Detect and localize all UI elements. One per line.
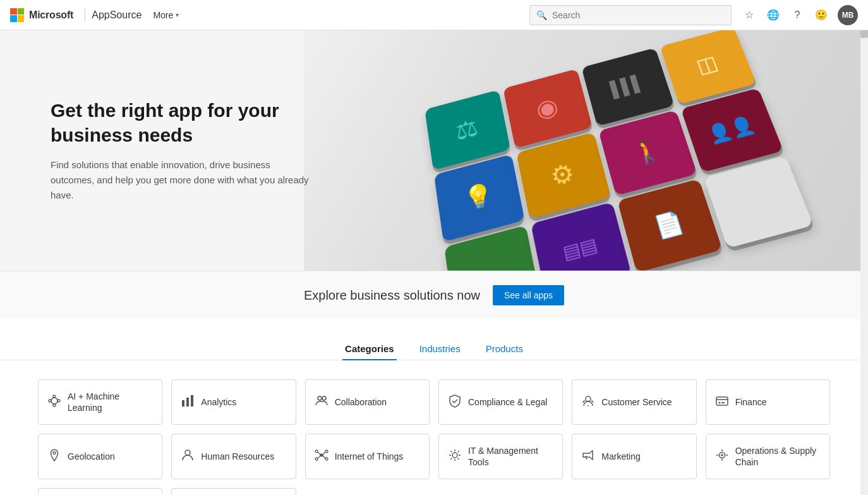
user-avatar[interactable]: MB bbox=[838, 5, 858, 25]
it-mgmt-icon bbox=[448, 448, 462, 465]
svg-point-10 bbox=[586, 396, 591, 401]
marketing-icon bbox=[581, 448, 595, 465]
svg-rect-6 bbox=[186, 398, 189, 406]
explore-text: Explore business solutions now bbox=[304, 288, 480, 303]
ops-supply-label: Operations & Supply Chain bbox=[735, 445, 821, 468]
category-productivity[interactable]: Productivity bbox=[38, 488, 162, 495]
more-label: More bbox=[153, 10, 173, 20]
more-menu[interactable]: More ▾ bbox=[153, 10, 179, 20]
compliance-label: Compliance & Legal bbox=[468, 396, 547, 408]
see-all-button[interactable]: See all apps bbox=[493, 285, 564, 305]
category-analytics[interactable]: Analytics bbox=[171, 379, 296, 425]
categories-section: AI + Machine Learning Analytics Coll bbox=[0, 379, 868, 495]
tab-categories[interactable]: Categories bbox=[342, 338, 397, 360]
iot-label: Internet of Things bbox=[335, 451, 404, 462]
analytics-icon bbox=[181, 394, 195, 411]
customer-service-icon bbox=[581, 394, 595, 411]
hero-subtitle: Find solutions that enable innovation, d… bbox=[51, 157, 316, 203]
microsoft-logo[interactable]: Microsoft bbox=[10, 8, 73, 22]
hero-title: Get the right app for your business need… bbox=[51, 98, 316, 147]
ms-logo-grid bbox=[10, 8, 24, 22]
svg-point-18 bbox=[325, 450, 328, 453]
geolocation-icon bbox=[47, 448, 61, 465]
explore-bar: Explore business solutions now See all a… bbox=[0, 271, 868, 319]
svg-point-2 bbox=[53, 404, 56, 406]
tab-industries[interactable]: Industries bbox=[417, 338, 463, 360]
tab-products[interactable]: Products bbox=[483, 338, 526, 360]
category-hr[interactable]: Human Resources bbox=[171, 434, 296, 479]
category-ops-supply[interactable]: Operations & Supply Chain bbox=[706, 434, 830, 479]
svg-point-3 bbox=[49, 400, 51, 402]
hr-label: Human Resources bbox=[201, 451, 274, 462]
category-compliance[interactable]: Compliance & Legal bbox=[438, 379, 563, 425]
ai-ml-label: AI + Machine Learning bbox=[68, 391, 153, 413]
svg-rect-7 bbox=[191, 395, 193, 406]
category-marketing[interactable]: Marketing bbox=[572, 434, 696, 479]
logo-blue bbox=[10, 15, 17, 22]
navbar: Microsoft AppSource More ▾ 🔍 ☆ 🌐 ? 🙂 MB bbox=[0, 0, 868, 30]
category-customer-service[interactable]: Customer Service bbox=[572, 379, 696, 425]
globe-icon[interactable]: 🌐 bbox=[763, 5, 783, 25]
geolocation-label: Geolocation bbox=[68, 451, 115, 462]
svg-point-12 bbox=[718, 401, 720, 403]
keys-grid: ⚖ ◉ ▌▌▌ ◫ 💡 ⚙ 🚶 👤👤 ▤▤ 📄 bbox=[425, 30, 814, 271]
logo-red bbox=[10, 8, 17, 15]
it-mgmt-label: IT & Management Tools bbox=[468, 445, 553, 468]
svg-point-17 bbox=[315, 450, 318, 453]
svg-rect-13 bbox=[721, 402, 725, 403]
search-icon: 🔍 bbox=[536, 10, 547, 20]
chevron-down-icon: ▾ bbox=[176, 11, 179, 18]
svg-point-20 bbox=[325, 458, 328, 460]
svg-point-0 bbox=[51, 398, 57, 404]
svg-point-14 bbox=[53, 451, 56, 454]
tabs-section: Categories Industries Products bbox=[0, 319, 868, 360]
navbar-actions: ☆ 🌐 ? 🙂 MB bbox=[739, 5, 858, 25]
analytics-label: Analytics bbox=[201, 396, 236, 408]
svg-point-9 bbox=[322, 396, 326, 400]
svg-point-19 bbox=[315, 458, 318, 460]
ai-ml-icon bbox=[47, 394, 61, 411]
svg-rect-11 bbox=[716, 397, 728, 405]
hero-section: Get the right app for your business need… bbox=[0, 30, 868, 271]
category-sales[interactable]: Sales bbox=[171, 488, 296, 495]
category-collaboration[interactable]: Collaboration bbox=[305, 379, 430, 425]
logo-green bbox=[18, 8, 25, 15]
svg-point-8 bbox=[318, 396, 322, 400]
nav-divider bbox=[85, 9, 85, 21]
categories-grid: AI + Machine Learning Analytics Coll bbox=[38, 379, 830, 495]
collaboration-icon bbox=[315, 394, 329, 411]
hero-image-inner: ⚖ ◉ ▌▌▌ ◫ 💡 ⚙ 🚶 👤👤 ▤▤ 📄 bbox=[304, 30, 868, 271]
hr-icon bbox=[181, 448, 195, 465]
iot-icon bbox=[315, 448, 329, 465]
appsource-label[interactable]: AppSource bbox=[92, 9, 142, 21]
category-geolocation[interactable]: Geolocation bbox=[38, 434, 162, 479]
compliance-icon bbox=[448, 394, 462, 411]
logo-yellow bbox=[18, 15, 25, 22]
marketing-label: Marketing bbox=[601, 451, 640, 462]
hero-image: ⚖ ◉ ▌▌▌ ◫ 💡 ⚙ 🚶 👤👤 ▤▤ 📄 bbox=[304, 30, 868, 271]
svg-rect-5 bbox=[182, 400, 184, 406]
ops-supply-icon bbox=[715, 448, 729, 465]
customer-service-label: Customer Service bbox=[601, 396, 672, 408]
svg-point-23 bbox=[721, 454, 723, 456]
hero-text-block: Get the right app for your business need… bbox=[51, 98, 316, 203]
svg-point-21 bbox=[452, 453, 457, 458]
search-bar[interactable]: 🔍 bbox=[529, 5, 732, 25]
category-finance[interactable]: Finance bbox=[706, 379, 830, 425]
brand-name: Microsoft bbox=[29, 9, 73, 21]
category-it-mgmt[interactable]: IT & Management Tools bbox=[438, 434, 563, 479]
category-ai-ml[interactable]: AI + Machine Learning bbox=[38, 379, 162, 425]
svg-point-15 bbox=[185, 450, 190, 455]
help-icon[interactable]: ? bbox=[787, 5, 807, 25]
search-input[interactable] bbox=[552, 10, 725, 20]
finance-label: Finance bbox=[735, 396, 767, 408]
svg-point-4 bbox=[57, 400, 60, 402]
emoji-icon[interactable]: 🙂 bbox=[811, 5, 831, 25]
collaboration-label: Collaboration bbox=[335, 396, 387, 408]
category-iot[interactable]: Internet of Things bbox=[305, 434, 430, 479]
favorite-icon[interactable]: ☆ bbox=[739, 5, 759, 25]
key-doc2: 📄 bbox=[618, 179, 723, 271]
finance-icon bbox=[715, 394, 729, 411]
scrollbar-track[interactable] bbox=[860, 0, 868, 495]
key-empty bbox=[704, 156, 814, 248]
